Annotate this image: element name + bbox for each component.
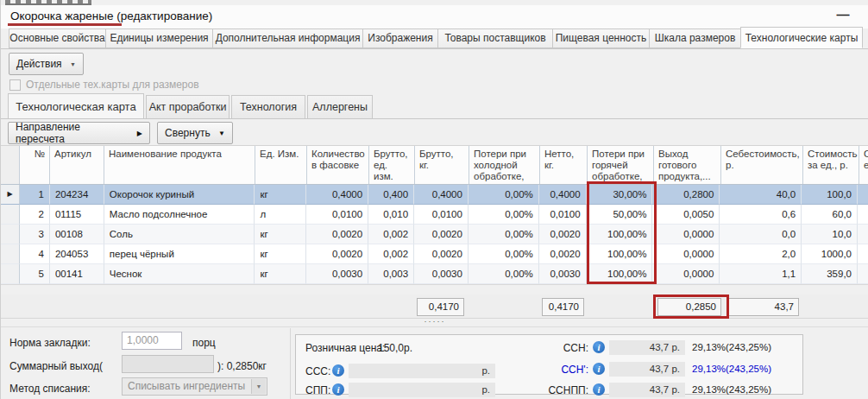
row-selector-cell[interactable] — [1, 264, 20, 284]
table-cell[interactable]: 1,1 — [720, 264, 802, 284]
row-selector-cell[interactable] — [1, 205, 20, 225]
info-icon[interactable]: i — [593, 383, 605, 396]
table-cell[interactable]: 204053 — [50, 244, 104, 264]
table-cell[interactable]: 100,00% — [587, 244, 653, 264]
table-cell[interactable]: 3 — [20, 225, 50, 244]
table-cell[interactable]: 204234 — [50, 185, 104, 205]
column-header[interactable]: Потери при горячей обработке, — [588, 146, 654, 184]
table-cell[interactable]: 0,4000 — [539, 185, 587, 205]
table-cell[interactable]: 0,0020 — [306, 244, 368, 264]
table-cell[interactable]: 0,0100 — [306, 205, 368, 225]
table-cell[interactable]: 0,00% — [469, 185, 539, 205]
table-cell[interactable]: 0,0030 — [306, 264, 368, 284]
table-cell[interactable]: 0,002 — [368, 225, 414, 244]
column-header[interactable]: Ед. Изм. — [255, 146, 307, 184]
tab-additional-info[interactable]: Дополнительная информация — [212, 28, 363, 48]
table-cell[interactable]: кг — [255, 225, 306, 244]
column-header[interactable]: № — [20, 146, 50, 184]
tab-units[interactable]: Единицы измерения — [105, 28, 213, 48]
table-cell[interactable]: 0,400 — [368, 185, 414, 205]
splitter-handle[interactable]: ····· — [1, 319, 868, 326]
tab-images[interactable]: Изображения — [362, 28, 438, 48]
table-cell[interactable]: кг — [255, 185, 306, 205]
table-cell[interactable]: 0,6 — [720, 205, 802, 225]
table-cell[interactable]: кг — [255, 264, 306, 284]
column-header[interactable]: Артикул — [50, 146, 104, 184]
table-cell[interactable]: 0,0020 — [414, 244, 469, 264]
table-cell[interactable]: 0,4000 — [306, 185, 368, 205]
table-cell[interactable]: 359,0 — [802, 264, 858, 284]
table-row[interactable]: 4204053перец чёрныйкг0,00200,0020,00200,… — [1, 244, 868, 264]
table-cell[interactable]: 30,00% — [587, 185, 653, 205]
table-cell[interactable]: кг — [255, 244, 306, 264]
tab-main-properties[interactable]: Основные свойства — [9, 28, 106, 48]
table-cell[interactable]: 0,0020 — [414, 225, 469, 244]
minimize-icon[interactable]: — — [830, 5, 856, 24]
table-cell[interactable]: 4 — [20, 244, 50, 264]
table-cell[interactable]: 0,2800 — [652, 185, 720, 205]
table-row[interactable]: 500141Чесноккг0,00300,0030,00300,00%0,00… — [1, 264, 868, 284]
table-cell[interactable]: Чеснок — [104, 264, 255, 284]
table-cell[interactable]: 0,0000 — [652, 244, 720, 264]
table-cell[interactable]: 01115 — [50, 205, 104, 225]
table-cell[interactable]: 0,003 — [368, 264, 414, 284]
table-cell[interactable]: 0,0000 — [652, 264, 720, 284]
ccn-prime-percent[interactable]: 29,13%(243,25%) — [692, 364, 771, 374]
table-cell[interactable]: 5 — [20, 264, 50, 284]
table-cell[interactable]: 0,00% — [469, 244, 539, 264]
table-row[interactable]: ▶1204234Окорочок куриныйкг0,40000,4000,4… — [1, 185, 868, 205]
actions-button[interactable]: Действия ▼ — [9, 53, 84, 75]
table-row[interactable]: 201115Масло подсолнечноел0,01000,0100,01… — [1, 205, 868, 225]
table-cell[interactable]: 0,0 — [720, 225, 802, 244]
tab-supplier-goods[interactable]: Товары поставщиков — [437, 28, 553, 48]
table-cell[interactable]: Масло подсолнечное — [104, 205, 255, 225]
table-row[interactable]: 300108Солькг0,00200,0020,00200,00%0,0020… — [1, 225, 868, 244]
column-header[interactable]: Наименование продукта — [104, 146, 255, 184]
table-cell[interactable]: 40,0 — [720, 185, 802, 205]
subtab-tech-card[interactable]: Технологическая карта — [8, 93, 144, 118]
ccn-prime-label[interactable]: ССН': — [519, 364, 588, 376]
table-cell[interactable]: 0,0020 — [306, 225, 368, 244]
table-cell[interactable]: 1000,0 — [802, 244, 858, 264]
table-cell[interactable]: 100,00% — [587, 264, 653, 284]
table-cell[interactable]: 0,00% — [469, 205, 539, 225]
info-icon[interactable]: i — [593, 363, 605, 375]
table-cell[interactable]: Соль — [104, 225, 255, 244]
table-cell[interactable]: 1 — [20, 185, 50, 205]
table-cell[interactable]: 60,0 — [802, 205, 858, 225]
table-cell[interactable]: 0,0020 — [539, 244, 587, 264]
column-header[interactable]: Себестоимость, р. — [721, 146, 803, 184]
subtab-allergens[interactable]: Аллергены — [307, 95, 373, 118]
table-cell[interactable]: 00108 — [50, 225, 104, 244]
collapse-button[interactable]: Свернуть ▼ — [157, 122, 233, 144]
table-cell[interactable]: 0,0000 — [652, 225, 720, 244]
table-cell[interactable]: Окорочок куриный — [104, 185, 255, 205]
column-header[interactable]: Выход готового продукта,... — [654, 146, 721, 184]
table-cell[interactable]: 00141 — [50, 264, 104, 284]
table-cell[interactable]: 0,0100 — [414, 205, 469, 225]
selected-row-marker-icon[interactable]: ▶ — [1, 185, 20, 205]
recalc-direction-button[interactable]: Направление пересчета ▶ — [8, 122, 150, 144]
table-cell[interactable]: 0,010 — [368, 205, 414, 225]
row-selector-cell[interactable] — [1, 225, 20, 244]
table-cell[interactable]: 10,0 — [802, 225, 858, 244]
tab-tech-cards[interactable]: Технологические карты — [740, 27, 863, 48]
column-header[interactable]: Стоимость, ед. — [859, 146, 868, 184]
table-cell[interactable]: перец чёрный — [104, 244, 255, 264]
column-header[interactable]: Нетто, кг. — [540, 146, 588, 184]
column-header[interactable]: Количество в фасовке — [307, 146, 369, 184]
table-cell[interactable]: 0,0030 — [414, 264, 469, 284]
column-header[interactable]: Брутто, кг. — [415, 146, 469, 184]
column-header[interactable]: Стоимость за ед., р. — [803, 146, 859, 184]
table-cell[interactable]: 0,0030 — [539, 264, 587, 284]
table-cell[interactable]: л — [255, 205, 306, 225]
norm-input[interactable]: 1,0000 — [122, 332, 182, 350]
subtab-technology[interactable]: Технология — [231, 95, 305, 118]
table-cell[interactable]: 2,0 — [720, 244, 802, 264]
table-cell[interactable]: 0,0100 — [539, 205, 587, 225]
info-icon[interactable]: i — [332, 364, 344, 377]
info-icon[interactable]: i — [593, 341, 605, 353]
table-cell[interactable]: 0,0020 — [539, 225, 587, 244]
tab-nutrition[interactable]: Пищевая ценность — [552, 28, 650, 48]
table-cell[interactable]: 0,0050 — [652, 205, 720, 225]
